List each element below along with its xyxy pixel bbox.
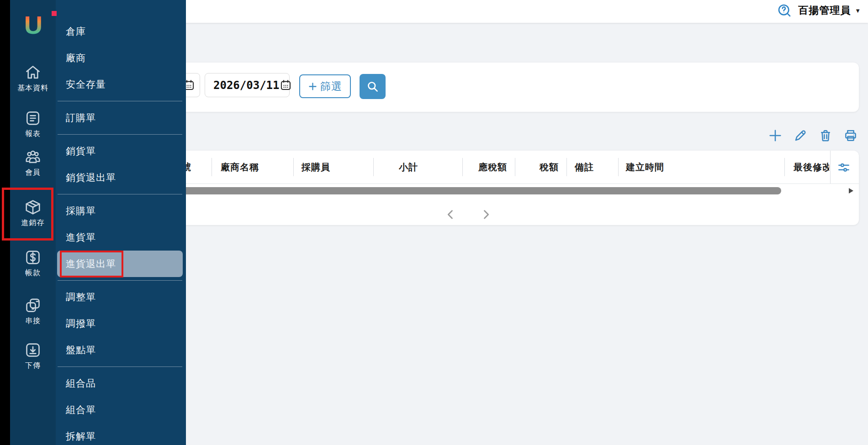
submenu-item-adjustment[interactable]: 調整單 — [56, 284, 186, 310]
results-table-card: 號 廠商名稱 採購員 小計 應稅額 稅額 備註 建立時間 最後修改 — [78, 151, 859, 225]
column-divider — [515, 158, 515, 176]
column-header-modified: 最後修改 — [794, 159, 829, 175]
column-header-created: 建立時間 — [626, 159, 664, 175]
app-logo: U — [10, 10, 56, 40]
date-end-field[interactable]: 2026/03/11 — [205, 73, 290, 97]
sidebar-item-label: 進銷存 — [21, 219, 45, 226]
sidebar-item-label: 會員 — [25, 168, 41, 176]
pagination — [78, 208, 859, 221]
user-name: 百揚管理員 — [798, 4, 851, 17]
horizontal-scrollbar[interactable] — [80, 185, 856, 196]
members-icon — [24, 148, 42, 166]
submenu-item-bundle-order[interactable]: 組合單 — [56, 397, 186, 423]
column-header-tax: 稅額 — [520, 159, 559, 175]
column-divider — [373, 158, 374, 176]
sidebar-item-download[interactable]: 下傳 — [10, 341, 56, 371]
filter-card: 2026/03/11 篩選 — [78, 63, 859, 112]
submenu-item-warehouse[interactable]: 倉庫 — [56, 18, 186, 45]
left-black-strip — [0, 0, 10, 445]
submenu-item-sales[interactable]: 銷貨單 — [56, 138, 186, 164]
column-divider — [462, 158, 463, 176]
submenu-item-vendor[interactable]: 廠商 — [56, 45, 186, 71]
chevron-down-icon: ▼ — [855, 7, 861, 14]
scroll-right-arrow-icon[interactable] — [849, 188, 853, 194]
column-divider — [293, 158, 294, 176]
sidebar-item-integrations[interactable]: 串接 — [10, 297, 56, 326]
column-header-buyer: 採購員 — [302, 159, 330, 175]
prev-page-button[interactable] — [444, 208, 457, 221]
sidebar-item-label: 串接 — [25, 317, 41, 325]
search-button[interactable] — [360, 74, 386, 99]
search-icon — [366, 80, 379, 93]
logo-dot — [52, 11, 57, 16]
scrollbar-thumb[interactable] — [83, 187, 781, 194]
download-icon — [24, 341, 42, 359]
filter-button-label: 篩選 — [320, 79, 342, 94]
inventory-submenu: 倉庫 廠商 安全存量 訂購單 銷貨單 銷貨退出單 採購單 進貨單 進貨退出單 調… — [56, 0, 186, 445]
date-end-value: 2026/03/11 — [213, 79, 280, 92]
record-actions-toolbar — [768, 128, 858, 143]
column-settings-icon[interactable] — [837, 161, 851, 174]
plus-icon — [308, 82, 318, 91]
sidebar-item-label: 基本資料 — [17, 84, 48, 92]
filter-button[interactable]: 篩選 — [299, 74, 351, 98]
next-page-button[interactable] — [480, 208, 492, 221]
integration-icon — [24, 297, 42, 314]
delete-record-button[interactable] — [818, 128, 833, 143]
submenu-divider — [58, 280, 182, 281]
submenu-item-order[interactable]: 訂購單 — [56, 105, 186, 131]
sidebar-item-reports[interactable]: 報表 — [10, 110, 56, 139]
home-icon — [24, 64, 42, 81]
calendar-icon — [280, 79, 292, 91]
topbar-right-group: 百揚管理員 ▼ — [777, 0, 861, 21]
submenu-item-purchase[interactable]: 採購單 — [56, 198, 186, 224]
column-divider — [784, 158, 785, 176]
help-icon[interactable] — [777, 3, 792, 18]
submenu-item-transfer[interactable]: 調撥單 — [56, 310, 186, 337]
print-button[interactable] — [843, 128, 858, 143]
header-divider — [78, 183, 859, 184]
column-header-taxable: 應稅額 — [468, 159, 507, 175]
column-divider — [618, 158, 619, 176]
submenu-divider — [58, 101, 182, 101]
settings-column-divider — [830, 151, 831, 183]
submenu-item-purchase-return[interactable]: 進貨退出單 — [57, 251, 183, 277]
submenu-item-disassembly[interactable]: 拆解單 — [56, 423, 186, 445]
submenu-item-stocktake[interactable]: 盤點單 — [56, 337, 186, 363]
submenu-divider — [58, 134, 182, 135]
submenu-item-goods-receipt[interactable]: 進貨單 — [56, 224, 186, 251]
submenu-item-safety-stock[interactable]: 安全存量 — [56, 71, 186, 98]
sidebar-item-inventory[interactable]: 進銷存 — [10, 199, 56, 228]
sidebar-item-label: 帳款 — [25, 269, 41, 277]
column-divider — [212, 158, 212, 176]
column-header-vendor: 廠商名稱 — [221, 159, 259, 175]
column-header-note: 備註 — [575, 159, 594, 175]
column-header-subtotal: 小計 — [379, 159, 418, 175]
sidebar: U 基本資料 報表 — [10, 0, 56, 445]
edit-record-button[interactable] — [793, 128, 808, 143]
billing-icon — [24, 249, 42, 266]
report-icon — [24, 110, 42, 127]
column-divider — [566, 158, 567, 176]
sidebar-item-label: 下傳 — [25, 361, 41, 369]
app-root: 百揚管理員 ▼ 2026/03/11 — [0, 0, 868, 445]
add-record-button[interactable] — [768, 128, 783, 143]
submenu-item-sales-return[interactable]: 銷貨退出單 — [56, 164, 186, 191]
sidebar-item-members[interactable]: 會員 — [10, 148, 56, 178]
submenu-divider — [58, 366, 182, 367]
sidebar-item-basic-data[interactable]: 基本資料 — [10, 64, 56, 93]
submenu-divider — [58, 194, 182, 194]
submenu-item-bundle-product[interactable]: 組合品 — [56, 370, 186, 397]
inventory-box-icon — [24, 199, 42, 216]
sidebar-item-billing[interactable]: 帳款 — [10, 249, 56, 278]
sidebar-item-label: 報表 — [25, 130, 41, 137]
user-menu[interactable]: 百揚管理員 ▼ — [798, 4, 861, 17]
